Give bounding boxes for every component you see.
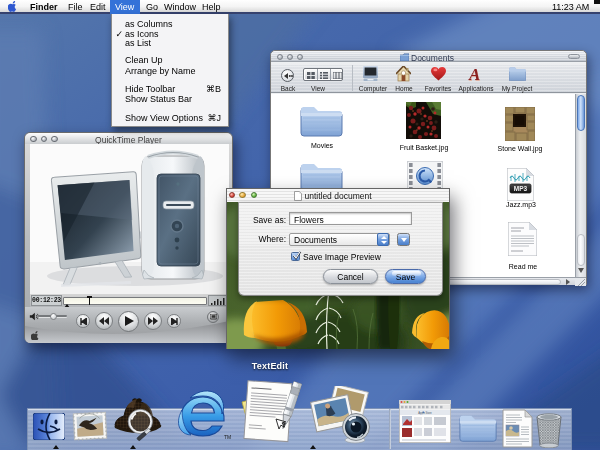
svg-text:MP3: MP3 <box>514 185 528 192</box>
